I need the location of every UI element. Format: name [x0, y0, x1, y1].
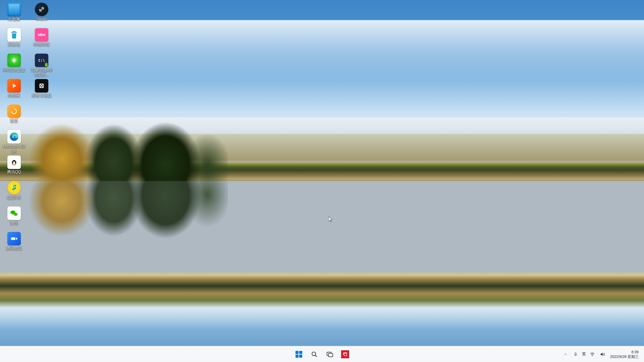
svg-point-9: [14, 213, 18, 216]
desktop-icon-qq[interactable]: 腾讯QQ: [1, 155, 27, 180]
icon-label: Microsoft Edge: [2, 144, 26, 154]
taskview-icon: [326, 351, 333, 358]
tray-clock[interactable]: 8:39 2022/9/28 星期三: [609, 350, 640, 359]
desktop-icons-col1: 此电脑 回收站 360安全卫士 向佳家 诺言: [0, 0, 60, 342]
sound-icon: [600, 352, 605, 357]
svg-point-4: [13, 161, 14, 162]
desktop-wallpaper[interactable]: 此电脑 回收站 360安全卫士 向佳家 诺言: [0, 0, 644, 362]
icon-label: 微信: [10, 221, 18, 225]
desktop-icon-360safe[interactable]: 360安全卫士: [1, 53, 27, 78]
svg-rect-20: [296, 351, 299, 354]
chevron-up-icon: [564, 352, 568, 356]
desktop-icon-qqmusic[interactable]: QQ音乐: [1, 180, 27, 206]
amd-icon: [341, 350, 349, 358]
icon-label: 诺言: [10, 119, 18, 123]
svg-point-5: [14, 161, 15, 162]
windows-icon: [295, 350, 303, 358]
svg-rect-28: [575, 352, 576, 354]
monitor-icon: [7, 3, 21, 16]
edge-icon: [7, 130, 21, 143]
icon-label: 腾讯QQ: [7, 170, 21, 174]
taskbar-center: [292, 348, 352, 361]
icon-label: 腾讯会议: [6, 246, 22, 251]
desktop-icon-nuoyan[interactable]: 诺言: [1, 104, 27, 129]
clock-time: 8:39: [610, 350, 639, 354]
desktop-icon-this-pc[interactable]: 此电脑: [1, 2, 27, 27]
svg-point-12: [15, 214, 15, 215]
svg-point-13: [16, 214, 17, 215]
icon-label: 向佳家: [8, 93, 20, 98]
desktop-icon-edge[interactable]: Microsoft Edge: [1, 129, 27, 155]
wifi-icon: [590, 352, 595, 357]
svg-rect-23: [299, 355, 302, 358]
svg-rect-22: [296, 355, 299, 358]
icon-label: 回收站: [8, 42, 20, 47]
music-note-icon: [7, 181, 21, 194]
meeting-icon: [7, 232, 21, 245]
svg-rect-7: [14, 164, 15, 165]
svg-rect-27: [328, 353, 333, 357]
icon-label: 此电脑: [8, 17, 20, 21]
desktop-icon-wechat[interactable]: 微信: [1, 206, 27, 231]
amd-app[interactable]: [338, 348, 352, 361]
taskbar-tray: 英 8:39 2022/9/28 星期三: [562, 346, 643, 362]
mic-icon: [573, 352, 578, 357]
tray-mic[interactable]: [572, 348, 579, 361]
desktop-icon-xiangjijia[interactable]: 向佳家: [1, 78, 27, 104]
svg-rect-21: [299, 351, 302, 354]
spiral-icon: [7, 105, 21, 118]
desktop-icon-tencent-meeting[interactable]: 腾讯会议: [1, 231, 27, 257]
clock-date: 2022/9/28 星期三: [610, 354, 639, 359]
wechat-icon: [7, 206, 21, 220]
360-icon: [7, 54, 21, 67]
tray-sound[interactable]: [599, 348, 606, 361]
desktop-icon-recycle-bin[interactable]: 回收站: [1, 27, 27, 53]
tray-ime[interactable]: 英: [582, 348, 586, 361]
taskbar: 英 8:39 2022/9/28 星期三: [0, 346, 644, 362]
tray-overflow-button[interactable]: [562, 348, 569, 361]
search-button[interactable]: [308, 348, 321, 361]
task-view-button[interactable]: [323, 348, 336, 361]
qq-penguin-icon: [7, 156, 21, 169]
tray-wifi[interactable]: [589, 348, 596, 361]
svg-point-10: [12, 212, 12, 212]
icon-label: 360安全卫士: [3, 68, 25, 72]
play-icon: [7, 79, 21, 93]
mouse-cursor: [329, 217, 333, 223]
recycle-bin-icon: [7, 28, 21, 42]
svg-point-0: [13, 59, 15, 62]
search-icon: [311, 351, 318, 358]
icon-label: QQ音乐: [7, 195, 21, 200]
svg-line-25: [315, 355, 317, 357]
svg-point-29: [592, 356, 593, 356]
svg-point-11: [13, 212, 14, 212]
start-button[interactable]: [292, 348, 306, 361]
svg-rect-6: [13, 164, 14, 165]
